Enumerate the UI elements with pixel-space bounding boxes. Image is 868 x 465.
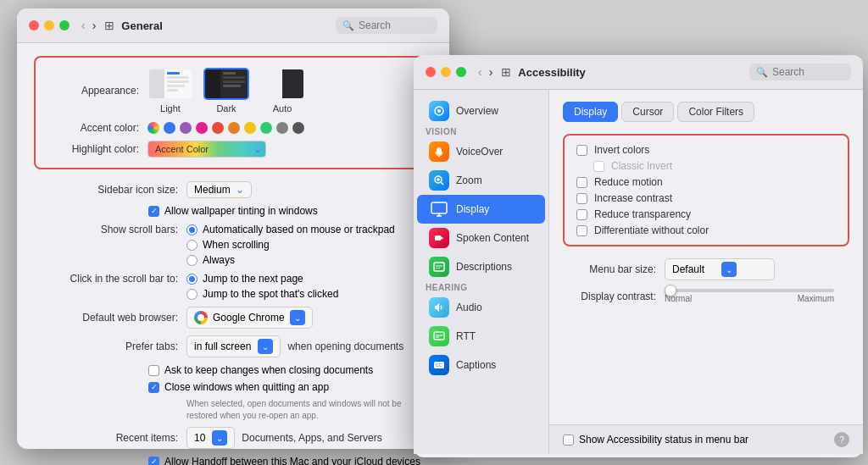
color-blue[interactable] bbox=[164, 122, 175, 134]
menu-bar-size-select[interactable]: Default ⌄ bbox=[665, 258, 775, 280]
scroll-auto-row: Automatically based on mouse or trackpad bbox=[186, 224, 395, 235]
sidebar-item-zoom[interactable]: Zoom bbox=[417, 166, 545, 195]
contrast-slider-thumb[interactable] bbox=[665, 285, 676, 296]
color-green[interactable] bbox=[260, 122, 272, 134]
acc-help-button[interactable]: ? bbox=[834, 432, 849, 447]
acc-right-panel: Display Cursor Color Filters Invert colo… bbox=[549, 90, 863, 454]
color-pink[interactable] bbox=[196, 122, 208, 134]
accessibility-status-checkbox[interactable] bbox=[563, 435, 574, 446]
maximize-button[interactable] bbox=[59, 20, 70, 30]
general-window: ‹ › ⊞ General 🔍 Appearance: bbox=[17, 8, 449, 449]
browser-dropdown-arrow[interactable]: ⌄ bbox=[290, 310, 305, 325]
increase-contrast-checkbox[interactable] bbox=[576, 193, 587, 204]
reduce-motion-option: Reduce motion bbox=[576, 176, 836, 188]
appearance-option-auto[interactable]: Auto bbox=[259, 68, 305, 113]
accessibility-content: Overview Vision VoiceOver bbox=[414, 90, 863, 454]
recent-items-suffix: Documents, Apps, and Servers bbox=[242, 432, 381, 444]
reduce-transparency-checkbox[interactable] bbox=[576, 209, 587, 220]
sidebar-item-captions[interactable]: CC Captions bbox=[417, 351, 545, 379]
dropdown-arrow-icon: ⌄ bbox=[236, 184, 244, 196]
sidebar-item-voiceover[interactable]: VoiceOver bbox=[417, 137, 545, 166]
sidebar-item-display[interactable]: Display bbox=[417, 195, 545, 224]
color-multicolor[interactable] bbox=[147, 122, 159, 134]
close-windows-row: ✓ Close windows when quitting an app bbox=[148, 381, 432, 393]
click-spot-radio[interactable] bbox=[186, 289, 198, 300]
differentiate-color-checkbox[interactable] bbox=[576, 225, 587, 236]
appearance-option-dark[interactable]: Dark bbox=[203, 68, 249, 113]
acc-forward-arrow[interactable]: › bbox=[487, 65, 495, 79]
scroll-scrolling-radio[interactable] bbox=[186, 240, 198, 251]
scroll-always-radio[interactable] bbox=[186, 255, 198, 266]
reduce-motion-checkbox[interactable] bbox=[576, 177, 587, 188]
color-graphite[interactable] bbox=[276, 122, 288, 134]
web-browser-value: Google Chrome bbox=[213, 312, 285, 324]
sidebar-size-select[interactable]: Medium ⌄ bbox=[186, 181, 252, 198]
wallpaper-tinting-label: Allow wallpaper tinting in windows bbox=[164, 205, 318, 217]
general-search-input[interactable] bbox=[359, 19, 426, 31]
color-yellow[interactable] bbox=[244, 122, 256, 134]
recent-items-arrow[interactable]: ⌄ bbox=[212, 430, 227, 446]
click-spot-row: Jump to the spot that's clicked bbox=[186, 288, 338, 300]
close-windows-checkbox[interactable]: ✓ bbox=[148, 382, 159, 393]
ask-keep-changes-label: Ask to keep changes when closing documen… bbox=[164, 364, 373, 376]
scroll-bars-label: Show scroll bars: bbox=[34, 224, 178, 235]
scroll-auto-label: Automatically based on mouse or trackpad bbox=[203, 224, 395, 235]
color-orange[interactable] bbox=[228, 122, 240, 134]
invert-colors-checkbox[interactable] bbox=[576, 145, 587, 156]
acc-minimize-button[interactable] bbox=[441, 67, 451, 77]
menu-bar-size-value: Default bbox=[672, 263, 704, 275]
accessibility-status-label: Show Accessibility status in menu bar bbox=[579, 434, 748, 446]
ask-keep-changes-checkbox[interactable] bbox=[148, 365, 159, 376]
scroll-auto-radio[interactable] bbox=[186, 224, 198, 235]
wallpaper-tinting-checkbox[interactable]: ✓ bbox=[148, 206, 159, 217]
color-dark[interactable] bbox=[292, 122, 304, 134]
close-button[interactable] bbox=[29, 20, 39, 30]
acc-back-arrow[interactable]: ‹ bbox=[476, 65, 484, 79]
classic-invert-checkbox[interactable] bbox=[593, 161, 604, 172]
accessibility-window-title: Accessibility bbox=[518, 66, 749, 79]
click-next-radio[interactable] bbox=[186, 274, 198, 285]
minimize-button[interactable] bbox=[44, 20, 54, 30]
accessibility-window: ‹ › ⊞ Accessibility 🔍 Overview Vision bbox=[414, 55, 863, 457]
menu-bar-dropdown-arrow[interactable]: ⌄ bbox=[721, 262, 737, 277]
acc-close-button[interactable] bbox=[426, 67, 436, 77]
increase-contrast-option: Increase contrast bbox=[576, 192, 836, 204]
scroll-scrolling-label: When scrolling bbox=[203, 239, 270, 251]
search-icon: 🔍 bbox=[342, 20, 354, 31]
color-red[interactable] bbox=[212, 122, 224, 134]
recent-items-select[interactable]: 10 ⌄ bbox=[186, 427, 235, 449]
handoff-checkbox[interactable]: ✓ bbox=[148, 457, 159, 466]
recent-items-label: Recent items: bbox=[34, 432, 178, 444]
forward-arrow[interactable]: › bbox=[91, 19, 98, 32]
prefer-tabs-select[interactable]: in full screen ⌄ bbox=[186, 335, 281, 357]
acc-search-input[interactable] bbox=[772, 66, 840, 78]
accessibility-status-row: Show Accessibility status in menu bar bbox=[563, 434, 748, 446]
acc-maximize-button[interactable] bbox=[456, 67, 466, 77]
web-browser-select[interactable]: Google Chrome ⌄ bbox=[186, 307, 313, 329]
grid-icon: ⊞ bbox=[104, 19, 114, 32]
highlight-select[interactable]: Accent Color ⌄ bbox=[147, 141, 266, 158]
descriptions-icon bbox=[429, 257, 449, 277]
sidebar-descriptions-label: Descriptions bbox=[456, 261, 512, 273]
appearance-option-light[interactable]: Light bbox=[147, 68, 193, 113]
svg-point-1 bbox=[437, 109, 441, 113]
color-purple[interactable] bbox=[180, 122, 192, 134]
tab-cursor[interactable]: Cursor bbox=[621, 102, 674, 122]
back-arrow[interactable]: ‹ bbox=[80, 19, 87, 32]
sidebar-zoom-label: Zoom bbox=[456, 174, 482, 186]
prefer-tabs-value: in full screen bbox=[194, 340, 251, 352]
tab-display[interactable]: Display bbox=[563, 102, 618, 122]
acc-search-bar[interactable]: 🔍 bbox=[749, 64, 851, 80]
sidebar-item-audio[interactable]: Audio bbox=[417, 293, 545, 322]
tab-color-filters[interactable]: Color Filters bbox=[677, 102, 754, 122]
click-scroll-options: Jump to the next page Jump to the spot t… bbox=[186, 273, 338, 300]
sidebar-item-rtt[interactable]: RTT bbox=[417, 322, 545, 351]
contrast-slider-track[interactable] bbox=[665, 289, 834, 292]
sidebar-item-spoken-content[interactable]: Spoken Content bbox=[417, 224, 545, 252]
invert-colors-option: Invert colors bbox=[576, 144, 836, 156]
differentiate-color-option: Differentiate without color bbox=[576, 224, 836, 236]
general-search-bar[interactable]: 🔍 bbox=[336, 17, 437, 34]
tabs-dropdown-arrow[interactable]: ⌄ bbox=[258, 339, 273, 354]
scroll-bars-options: Automatically based on mouse or trackpad… bbox=[186, 224, 395, 266]
light-label: Light bbox=[160, 103, 181, 113]
